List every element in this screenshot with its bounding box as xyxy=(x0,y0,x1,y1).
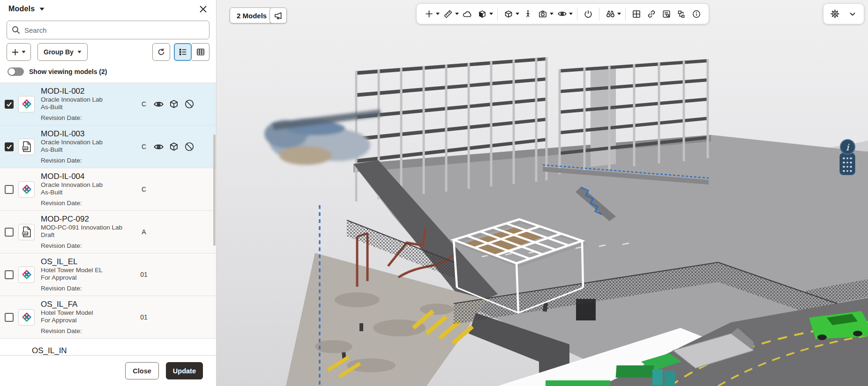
ban-icon[interactable] xyxy=(183,97,196,111)
visibility-eye-icon[interactable] xyxy=(152,97,165,111)
model-status: Draft xyxy=(41,231,137,239)
ban-icon[interactable] xyxy=(183,140,196,153)
add-caret-icon xyxy=(22,51,26,53)
model-checkbox[interactable] xyxy=(5,270,14,279)
search-input[interactable] xyxy=(24,26,204,34)
viewer-info-button[interactable]: i xyxy=(840,139,855,155)
model-revision-label: Revision Date: xyxy=(41,327,137,334)
grid-views-icon[interactable] xyxy=(629,7,644,22)
viewport-3d[interactable]: 2 Models xyxy=(217,0,868,386)
model-id: MOD-IL-003 xyxy=(41,129,137,139)
collapse-chevron-down-icon[interactable] xyxy=(845,7,860,22)
grid-view-button[interactable] xyxy=(192,43,210,61)
add-icon[interactable] xyxy=(421,7,436,22)
model-list-item[interactable]: MOD-IL-002 Oracle Innovation Lab As-Buil… xyxy=(0,83,216,126)
settings-toolbar xyxy=(823,3,864,24)
list-scrollbar[interactable] xyxy=(213,134,216,246)
settings-gear-icon[interactable] xyxy=(827,7,842,22)
model-tree-icon[interactable] xyxy=(674,7,689,22)
model-checkbox[interactable] xyxy=(5,185,14,194)
visibility-eye-icon[interactable] xyxy=(554,7,569,22)
panel-footer: Close Update xyxy=(0,355,216,386)
panel-title-caret-icon[interactable] xyxy=(39,7,45,11)
model-list-item[interactable]: OS_IL_FA Hotel Tower Model For Approval … xyxy=(0,296,216,339)
binoculars-find-icon[interactable] xyxy=(603,7,618,22)
megaphone-icon xyxy=(274,11,283,20)
model-list-item[interactable]: OS_IL_IN xyxy=(0,339,216,355)
search-icon xyxy=(12,26,20,34)
update-button[interactable]: Update xyxy=(166,362,203,379)
show-viewing-toggle[interactable] xyxy=(7,67,24,76)
models-panel-header: Models xyxy=(0,0,216,18)
visibility-eye-icon[interactable] xyxy=(152,140,165,153)
model-list: MOD-IL-002 Oracle Innovation Lab As-Buil… xyxy=(0,82,216,355)
add-caret-icon[interactable] xyxy=(435,7,441,22)
model-name: Hotel Tower Model xyxy=(41,309,137,317)
show-viewing-toggle-row: Show viewing models (2) xyxy=(7,67,210,77)
list-view-button[interactable] xyxy=(174,43,192,61)
revision-code: A xyxy=(137,228,151,236)
snapshot-camera-icon[interactable] xyxy=(535,7,550,22)
measure-ruler-icon[interactable] xyxy=(441,7,456,22)
revision-code: 01 xyxy=(137,313,151,321)
model-id: MOD-IL-002 xyxy=(41,87,137,96)
revision-code: C xyxy=(137,186,151,193)
panel-title: Models xyxy=(8,5,35,13)
nav-keypad[interactable] xyxy=(839,153,855,175)
section-box-caret-icon[interactable] xyxy=(488,7,494,22)
model-checkbox[interactable] xyxy=(5,313,14,322)
close-button[interactable]: Close xyxy=(125,362,159,379)
viewport-3d-scene[interactable] xyxy=(217,0,868,386)
first-person-walk-icon[interactable] xyxy=(520,7,535,22)
model-status: As-Built xyxy=(41,146,137,154)
model-name: Hotel Tower Model EL xyxy=(41,267,137,274)
info-icon[interactable] xyxy=(689,7,704,22)
rvt-model-icon xyxy=(18,181,35,198)
snapshot-caret-icon[interactable] xyxy=(549,7,554,22)
model-id: MOD-IL-004 xyxy=(41,172,137,181)
rvt-model-icon xyxy=(18,267,35,283)
model-revision-label: Revision Date: xyxy=(41,114,137,121)
group-by-dropdown[interactable]: Group By xyxy=(37,43,88,61)
properties-search-icon[interactable] xyxy=(659,7,674,22)
panel-close-icon[interactable] xyxy=(196,2,210,15)
model-id: OS_IL_IN xyxy=(32,346,67,355)
view-mode-switcher xyxy=(174,43,210,61)
model-list-item[interactable]: E57 MOD-PC-092 MOD-PC-091 Innovation Lab… xyxy=(0,211,216,253)
orbit-3d-box-icon[interactable] xyxy=(501,7,516,22)
model-list-item[interactable]: OS_IL_EL Hotel Tower Model EL For Approv… xyxy=(0,253,216,296)
grid-view-icon xyxy=(196,48,205,56)
model-name: MOD-PC-091 Innovation Lab xyxy=(41,224,137,231)
model-checkbox-checked[interactable] xyxy=(5,142,14,151)
viewer-toolbar xyxy=(416,3,709,24)
e57-file-icon: E57 xyxy=(18,224,35,240)
model-list-item[interactable]: E57 MOD-IL-003 Oracle Innovation Lab As-… xyxy=(0,126,216,168)
refresh-button[interactable] xyxy=(152,43,170,61)
reset-power-icon[interactable] xyxy=(581,7,596,22)
model-status: For Approval xyxy=(41,317,137,324)
model-checkbox-checked[interactable] xyxy=(5,100,14,109)
link-icon[interactable] xyxy=(644,7,659,22)
section-box-icon[interactable] xyxy=(475,7,490,22)
model-list-item[interactable]: MOD-IL-004 Oracle Innovation Lab As-Buil… xyxy=(0,168,216,211)
model-status: As-Built xyxy=(41,104,137,111)
binoculars-caret-icon[interactable] xyxy=(616,7,622,22)
revision-code: C xyxy=(137,143,151,150)
nav-widget: i xyxy=(839,139,856,175)
model-box-icon[interactable] xyxy=(167,97,180,111)
model-status: As-Built xyxy=(41,189,137,196)
revision-code: 01 xyxy=(137,271,151,278)
models-count-button[interactable]: 2 Models xyxy=(230,7,274,23)
model-checkbox[interactable] xyxy=(5,228,14,237)
cloud-icon[interactable] xyxy=(460,7,475,22)
models-panel: Models Group By xyxy=(0,0,217,386)
orbit-caret-icon[interactable] xyxy=(515,7,520,22)
model-box-icon[interactable] xyxy=(167,140,180,153)
announcements-button[interactable] xyxy=(269,7,287,23)
svg-text:E57: E57 xyxy=(23,232,28,235)
add-model-button[interactable] xyxy=(7,43,31,61)
model-revision-label: Revision Date: xyxy=(41,157,137,164)
measure-caret-icon[interactable] xyxy=(454,7,460,22)
model-status: For Approval xyxy=(41,274,137,282)
visibility-caret-icon[interactable] xyxy=(568,7,574,22)
